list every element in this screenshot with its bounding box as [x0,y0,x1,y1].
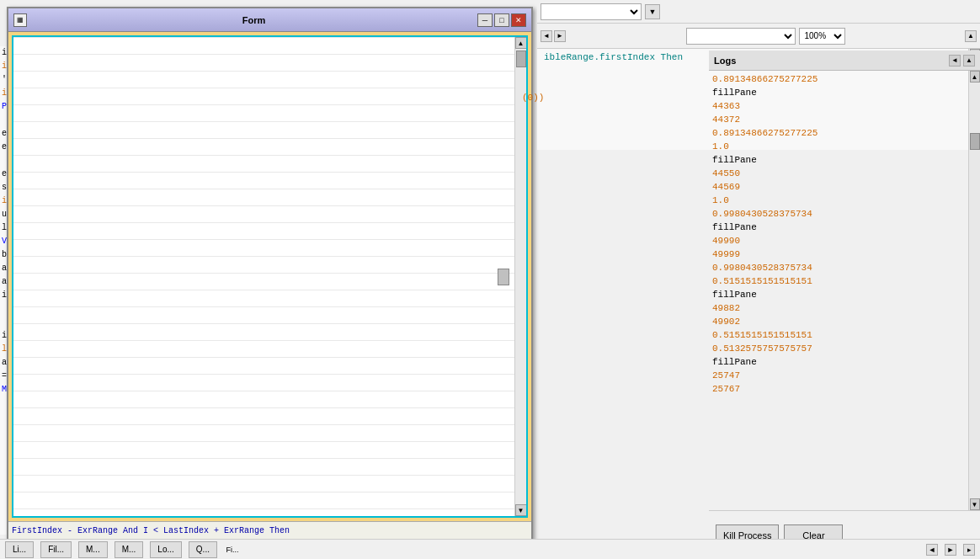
logs-pin-btn[interactable]: ▲ [963,55,975,67]
log-entry-20: 0.5132575757575757 [712,342,965,355]
log-entry-23: 25767 [712,382,965,396]
status-tab-fil1[interactable]: Fil... [40,541,72,558]
form-close-button[interactable]: ✕ [511,13,526,27]
log-entry-0: 0.89134866275277225 [712,72,965,86]
log-entry-8: 44569 [712,180,965,194]
logs-scroll-down-arrow[interactable]: ▼ [970,498,980,510]
form-maximize-button[interactable]: □ [494,13,509,27]
logs-scroll-thumb[interactable] [970,133,980,150]
status-tab-m1[interactable]: M... [78,541,108,558]
log-entry-11: fillPane [712,221,965,234]
form-statusbar: FirstIndex - ExrRange And I < LastIndex … [8,521,531,540]
form-minimize-button[interactable]: ─ [477,13,493,27]
form-window: ▦ Form ─ □ ✕ ▲ ▼ FirstIndex - ExrRange A… [7,7,533,541]
status-nav-left[interactable]: ◄ [926,544,938,556]
logs-header: Logs ◄ ▲ [709,51,980,71]
zoom-dropdown[interactable] [686,28,796,45]
log-entry-9: 1.0 [712,194,965,207]
logs-scroll-up-arrow[interactable]: ▲ [970,71,980,83]
log-entry-19: 0.5151515151515151 [712,328,965,342]
code-nav-row: ◄ ► 100% ▲ [537,24,980,49]
log-entry-1: fillPane [712,86,965,99]
log-entry-7: 44550 [712,167,965,180]
form-window-controls: ─ □ ✕ [477,13,526,27]
form-canvas[interactable]: ▲ ▼ [12,35,528,518]
form-titlebar: ▦ Form ─ □ ✕ [8,8,531,32]
form-canvas-vscrollbar[interactable]: ▲ ▼ [514,37,526,516]
code-dropdown[interactable] [541,3,642,20]
logs-body: 0.89134866275277225 fillPane 44363 44372… [709,71,968,510]
log-entry-3: 44372 [712,113,965,126]
log-entry-13: 49999 [712,248,965,261]
log-entry-15: 0.5151515151515151 [712,274,965,288]
log-entry-18: 49902 [712,315,965,328]
zoom-controls: 100% [686,28,845,45]
logs-title: Logs [714,56,736,66]
nav-arrows-group: ◄ ► [541,30,566,42]
log-entry-21: fillPane [712,355,965,369]
panel-pin-button[interactable]: ▲ [965,30,977,42]
log-entry-2: 44363 [712,99,965,113]
bottom-statusbar: Li... Fil... M... M... Lo... Q... Fi... … [0,539,980,559]
form-title: Form [30,15,477,25]
code-top-toolbar: ▼ [537,0,980,24]
toolbar-button-1[interactable]: ▼ [645,4,660,19]
form-status-code: FirstIndex - ExrRange And I < LastIndex … [12,526,290,535]
nav-right-arrow[interactable]: ► [554,30,566,42]
status-scroll-right[interactable]: ▸ [963,544,975,556]
status-extra-icon[interactable]: Fi... [226,543,239,556]
code-visible-range: ibleRange.firstIndex Then [544,52,683,62]
logs-section: Logs ◄ ▲ 0.89134866275277225 fillPane 44… [709,51,980,559]
form-body: ▲ ▼ [8,32,531,521]
code-partial-text: (0)) [522,93,544,103]
log-entry-16: fillPane [712,288,965,301]
zoom-percent-dropdown[interactable]: 100% [799,28,845,45]
toolbar-extras: ▼ [645,4,660,19]
log-entry-22: 25747 [712,369,965,382]
canvas-resize-handle[interactable] [498,269,509,285]
status-tab-q[interactable]: Q... [189,541,217,558]
log-entry-14: 0.9980430528375734 [712,261,965,274]
scrollbar-thumb[interactable] [516,51,526,67]
log-entry-6: fillPane [712,153,965,167]
log-entry-12: 49990 [712,234,965,248]
form-icon: ▦ [13,13,27,27]
log-entry-4: 0.89134866275277225 [712,126,965,140]
logs-vscrollbar[interactable]: ▲ ▼ [968,71,980,510]
status-tab-lo[interactable]: Lo... [150,541,181,558]
log-entry-10: 0.9980430528375734 [712,207,965,221]
status-nav-right[interactable]: ► [945,544,956,556]
logs-collapse-btn[interactable]: ◄ [949,55,961,67]
status-tab-m2[interactable]: M... [115,541,144,558]
scrollbar-up-arrow[interactable]: ▲ [515,37,527,49]
scrollbar-down-arrow[interactable]: ▼ [515,504,527,516]
status-tab-li[interactable]: Li... [5,541,34,558]
form-canvas-grid [13,37,526,516]
form-icon-symbol: ▦ [17,16,24,24]
code-snippet-partial: (0)) [522,93,544,103]
nav-left-arrow[interactable]: ◄ [541,30,552,42]
log-entry-5: 1.0 [712,140,965,153]
logs-header-controls: ◄ ▲ [949,55,975,67]
log-entry-17: 49882 [712,301,965,315]
